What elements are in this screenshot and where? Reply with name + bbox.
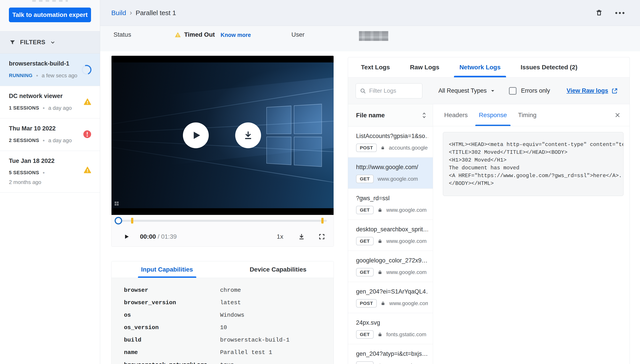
tab-headers[interactable]: Headers (444, 104, 468, 126)
tab-text-logs[interactable]: Text Logs (361, 57, 390, 77)
sort-requests-button[interactable] (421, 112, 427, 119)
request-row[interactable]: googlelogo_color_272x9… GET www.google.c… (348, 251, 433, 282)
view-raw-logs-link[interactable]: View Raw logs (567, 87, 618, 94)
logs-panel: Text Logs Raw Logs Network Logs Issues D… (348, 57, 630, 364)
build-meta: 2 SESSIONS • a day ago (9, 137, 91, 144)
capability-value: browserstack-build-1 (220, 337, 290, 344)
response-line: </BODY></HTML> (449, 180, 617, 187)
video-screen[interactable] (111, 56, 334, 215)
video-progress-row (111, 215, 334, 227)
tab-response[interactable]: Response (479, 104, 507, 126)
dot-separator: • (43, 139, 45, 142)
response-line: The document has moved (449, 164, 617, 172)
download-icon (243, 130, 253, 140)
capability-value: 10 (220, 324, 227, 331)
request-row[interactable]: ListAccounts?gpsia=1&so… POST accounts.g… (348, 126, 433, 158)
capability-value: Parallel test 1 (220, 349, 272, 356)
user-label: User (291, 31, 304, 38)
chevron-down-icon (491, 89, 495, 92)
delete-build-button[interactable] (595, 9, 603, 17)
request-domain: www.google.com (386, 238, 426, 244)
build-item-thu-mar-10-2022[interactable]: Thu Mar 10 2022 2 SESSIONS • a day ago (0, 118, 100, 151)
funnel-icon (9, 39, 16, 46)
breadcrumb-build-link[interactable]: Build (111, 9, 126, 17)
tab-network-logs[interactable]: Network Logs (459, 57, 501, 77)
tab-device-capabilities[interactable]: Device Capabilities (223, 261, 334, 278)
request-row[interactable]: ?gws_rd=ssl GET www.google.com (348, 189, 433, 220)
play-button[interactable] (123, 234, 130, 240)
know-more-link[interactable]: Know more (221, 32, 251, 38)
capabilities-tabs: Input Capabilities Device Capabilities (111, 261, 334, 278)
request-type-dropdown[interactable]: All Request Types (438, 87, 495, 94)
capability-row: buildbrowserstack-build-1 (124, 337, 334, 344)
build-item-dc-network-viewer[interactable]: DC network viewer 1 SESSIONS • a day ago (0, 86, 100, 118)
trash-icon (595, 9, 603, 17)
filter-logs-input[interactable] (369, 87, 418, 94)
filter-logs-searchbox[interactable] (356, 83, 422, 98)
build-time-ago: 2 months ago (9, 179, 41, 185)
filters-toggle[interactable]: FILTERS (0, 31, 100, 54)
video-seek-bar[interactable] (119, 220, 327, 222)
request-row[interactable]: gen_204?ei=S1ArYqaQL4… POST www.google.c… (348, 282, 433, 313)
request-row-selected[interactable]: http://www.google.com/ GET www.google.co… (348, 158, 433, 189)
playback-speed-button[interactable]: 1x (277, 233, 283, 240)
capability-value: Windows (220, 312, 244, 319)
running-spinner-icon (82, 65, 91, 75)
warning-triangle-icon (83, 98, 91, 106)
tab-issues-detected[interactable]: Issues Detected (2) (521, 57, 577, 77)
dot-separator: • (43, 172, 45, 174)
video-player: 00:00 / 01:39 1x (111, 56, 334, 247)
fullscreen-button[interactable] (318, 233, 325, 240)
time-current: 00:00 (140, 233, 156, 240)
request-name: ?gws_rd=ssl (356, 195, 428, 202)
capability-key: os (124, 312, 220, 319)
breadcrumb: Build › Parallel test 1 (111, 9, 176, 17)
errors-only-checkbox[interactable] (509, 87, 517, 95)
tab-input-capabilities[interactable]: Input Capabilities (111, 261, 223, 278)
user-value-redacted (359, 31, 388, 41)
capability-key: browser (124, 287, 220, 294)
sidebar-top: Talk to automation expert (0, 0, 100, 31)
request-row[interactable]: gen_204?atyp=i&ct=bxjs… GET www.google.c… (348, 344, 433, 364)
build-time-ago: a few secs ago (42, 72, 77, 79)
search-icon (360, 88, 366, 94)
lock-icon (378, 270, 382, 275)
video-download-overlay-button[interactable] (235, 122, 261, 148)
logs-tabs: Text Logs Raw Logs Network Logs Issues D… (348, 57, 629, 78)
request-name: googlelogo_color_272x9… (356, 257, 428, 264)
filters-label: FILTERS (20, 39, 45, 46)
request-name: desktop_searchbox_sprit… (356, 226, 428, 233)
sidebar: Talk to automation expert FILTERS browse… (0, 0, 100, 364)
request-domain: www.google.com (378, 176, 418, 182)
capability-value: true (220, 362, 234, 364)
request-row[interactable]: desktop_searchbox_sprit… GET www.google.… (348, 220, 433, 251)
build-item-browserstack-build-1[interactable]: browserstack-build-1 RUNNING • a few sec… (0, 54, 100, 86)
response-body: <HTML><HEAD><meta http-equiv="content-ty… (433, 126, 629, 364)
close-icon (614, 112, 621, 118)
build-item-tue-jan-18-2022[interactable]: Tue Jan 18 2022 5 SESSIONS • 2 months ag… (0, 151, 100, 193)
more-options-button[interactable] (615, 12, 624, 14)
build-title: Thu Mar 10 2022 (9, 125, 91, 132)
video-play-overlay-button[interactable] (183, 122, 209, 148)
capability-value: latest (220, 299, 241, 306)
warning-triangle-icon (83, 166, 91, 175)
time-display: 00:00 / 01:39 (140, 233, 177, 240)
logs-body: File name ListAccounts?gpsia=1&so… POST … (348, 104, 629, 364)
lock-icon (381, 301, 385, 306)
tab-timing[interactable]: Timing (518, 104, 537, 126)
timed-out-warning-icon (175, 32, 181, 39)
seek-scrubber-handle[interactable] (115, 217, 122, 224)
tab-raw-logs[interactable]: Raw Logs (410, 57, 439, 77)
request-domain: accounts.google.… (389, 145, 428, 151)
response-line: <H1>302 Moved</H1> (449, 156, 617, 164)
talk-to-expert-button[interactable]: Talk to automation expert (9, 8, 91, 22)
capability-key: build (124, 337, 220, 344)
capability-row: browser_versionlatest (124, 299, 334, 306)
download-video-button[interactable] (298, 233, 305, 240)
lock-icon (378, 238, 382, 244)
request-row[interactable]: 24px.svg GET fonts.gstatic.com (348, 313, 433, 344)
build-title: browserstack-build-1 (9, 60, 91, 67)
build-sessions-count: 2 SESSIONS (9, 138, 39, 143)
close-detail-button[interactable] (614, 104, 621, 126)
play-icon (123, 234, 130, 240)
